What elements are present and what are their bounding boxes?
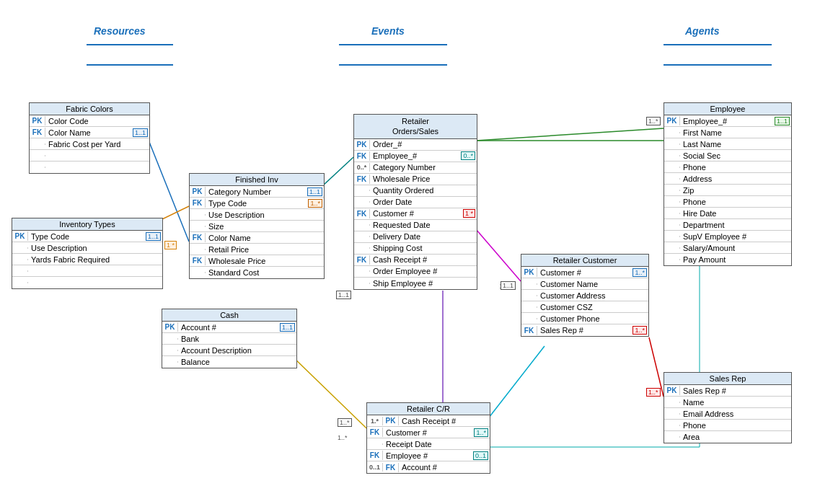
- entity-header-inventory-types: Inventory Types: [12, 218, 162, 231]
- entity-employee: Employee PK Employee_# 1..1 First Name L…: [664, 102, 792, 266]
- entity-row: [12, 277, 162, 288]
- entity-row: 0..* Category Number: [354, 162, 477, 174]
- entity-row: Phone: [664, 162, 791, 173]
- entity-finished-inv: Finished Inv PK Category Number 1..1 FK …: [189, 173, 325, 279]
- entity-row: Customer Address: [521, 290, 648, 301]
- entity-row: Ship Employee #: [354, 278, 477, 289]
- cardinality-badge-inventory: 1 *: [164, 241, 177, 249]
- entity-row: Social Sec: [664, 150, 791, 162]
- entity-row: PK Sales Rep #: [664, 385, 791, 397]
- entity-row: Area: [664, 431, 791, 443]
- entity-row: SupV Employee #: [664, 231, 791, 242]
- entity-row: Hire Date: [664, 208, 791, 219]
- entity-row: Quantity Ordered: [354, 185, 477, 197]
- entity-header-retailer-orders: RetailerOrders/Sales: [354, 115, 477, 139]
- entity-row: PK Type Code 1..1: [12, 231, 162, 242]
- entity-retailer-cr: Retailer C/R 1.* PK Cash Receipt # FK Cu…: [366, 402, 490, 474]
- cardinality-badge-customer-left: 1..1: [501, 281, 516, 290]
- entity-row: Requested Date: [354, 220, 477, 231]
- cardinality-badge-employee-left: 1..*: [646, 117, 661, 125]
- entity-row: PK Order_#: [354, 139, 477, 151]
- entity-sales-rep: Sales Rep PK Sales Rep # Name Email Addr…: [664, 372, 792, 443]
- entity-row: [30, 162, 149, 173]
- entity-row: Customer Name: [521, 278, 648, 290]
- entity-retailer-orders: RetailerOrders/Sales PK Order_# FK Emplo…: [353, 114, 477, 290]
- entity-row: Address: [664, 173, 791, 185]
- svg-line-10: [476, 229, 521, 281]
- entity-row: FK Employee # 0..1: [367, 450, 490, 461]
- entity-row: FK Customer # 1..*: [367, 427, 490, 438]
- entity-header-employee: Employee: [664, 103, 791, 115]
- entity-row: Customer CSZ: [521, 301, 648, 313]
- entity-row: Account Description: [162, 345, 296, 356]
- entity-header-retailer-cr: Retailer C/R: [367, 403, 490, 415]
- entity-row: Yards Fabric Required: [12, 254, 162, 265]
- entity-row: FK Cash Receipt #: [354, 255, 477, 266]
- entity-row: FK Employee_# 0..*: [354, 151, 477, 162]
- entity-header-sales-rep: Sales Rep: [664, 373, 791, 385]
- entity-row: FK Color Name: [190, 232, 324, 244]
- entity-header-finished-inv: Finished Inv: [190, 174, 324, 186]
- entity-row: Receipt Date: [367, 438, 490, 450]
- entity-row: FK Wholesale Price: [354, 174, 477, 185]
- entity-row: PK Customer # 1..*: [521, 267, 648, 278]
- svg-line-9: [476, 128, 664, 141]
- entity-row: PK Employee_# 1..1: [664, 115, 791, 127]
- entity-row: 1.* PK Cash Receipt #: [367, 415, 490, 427]
- entity-inventory-types: Inventory Types PK Type Code 1..1 Use De…: [12, 218, 163, 289]
- entity-row: Name: [664, 397, 791, 408]
- entity-row: Bank: [162, 333, 296, 345]
- entity-row: Retail Price: [190, 244, 324, 255]
- category-resources: Resources: [94, 25, 146, 37]
- entity-row: Phone: [664, 420, 791, 431]
- entity-row: Standard Cost: [190, 267, 324, 278]
- entity-row: Salary/Amount: [664, 242, 791, 254]
- entity-row: Department: [664, 219, 791, 231]
- entity-row: Pay Amount: [664, 254, 791, 265]
- entity-row: Balance: [162, 356, 296, 368]
- cardinality-badge-salesrep-left: 1..*: [646, 388, 661, 397]
- category-events: Events: [371, 25, 405, 37]
- entity-row: FK Type Code 1..*: [190, 198, 324, 209]
- entity-row: PK Category Number 1..1: [190, 186, 324, 198]
- entity-row: Size: [190, 221, 324, 232]
- entity-row: PK Account # 1..1: [162, 322, 296, 333]
- entity-row: Shipping Cost: [354, 243, 477, 255]
- entity-retailer-customer: Retailer Customer PK Customer # 1..* Cus…: [521, 254, 649, 337]
- diagram-container: 1..1 1..1 1..* Resources Events Agents F…: [0, 0, 820, 504]
- entity-row: Order Employee #: [354, 266, 477, 278]
- entity-header-retailer-customer: Retailer Customer: [521, 255, 648, 267]
- entity-row: First Name: [664, 127, 791, 138]
- svg-line-8: [322, 157, 353, 186]
- entity-row: Phone: [664, 196, 791, 208]
- entity-header-fabric-colors: Fabric Colors: [30, 103, 149, 115]
- entity-row: PK Color Code: [30, 115, 149, 127]
- entity-header-cash: Cash: [162, 309, 296, 322]
- entity-row: FK Customer # 1 *: [354, 208, 477, 220]
- entity-row: Customer Phone: [521, 313, 648, 324]
- entity-row: Fabric Cost per Yard: [30, 138, 149, 150]
- entity-row: [30, 150, 149, 162]
- entity-cash: Cash PK Account # 1..1 Bank Account Desc…: [162, 309, 297, 368]
- entity-row: FK Color Name 1..1: [30, 127, 149, 138]
- svg-text:1..*: 1..*: [338, 434, 348, 441]
- entity-fabric-colors: Fabric Colors PK Color Code FK Color Nam…: [29, 102, 150, 174]
- cardinality-badge-cr-left: 1..*: [338, 418, 352, 427]
- entity-row: Use Description: [190, 209, 324, 221]
- entity-row: Delivery Date: [354, 231, 477, 243]
- entity-row: Use Description: [12, 242, 162, 254]
- entity-row: FK Sales Rep # 1..*: [521, 324, 648, 336]
- entity-row: 0..1 FK Account #: [367, 461, 490, 473]
- entity-row: FK Wholesale Price: [190, 255, 324, 267]
- entity-row: Email Address: [664, 408, 791, 420]
- entity-row: [12, 265, 162, 277]
- entity-row: Zip: [664, 185, 791, 196]
- category-agents: Agents: [685, 25, 719, 37]
- entity-row: Order Date: [354, 197, 477, 208]
- cardinality-badge-orders-cash: 1..1: [336, 291, 351, 299]
- entity-row: Last Name: [664, 138, 791, 150]
